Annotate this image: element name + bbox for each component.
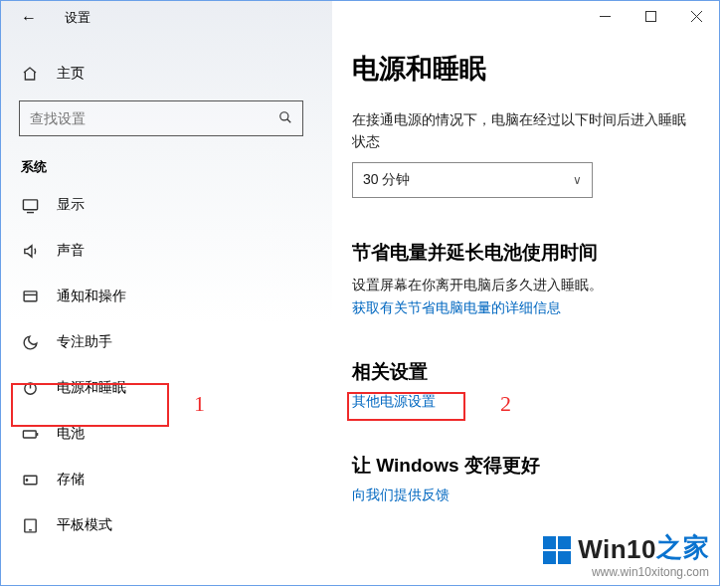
better-link[interactable]: 向我们提供反馈 (352, 487, 691, 504)
tablet-icon (21, 517, 39, 534)
sidebar-item-label: 电池 (57, 425, 85, 443)
sidebar-item-battery[interactable]: 电池 (1, 411, 332, 457)
annotation-2: 2 (500, 391, 511, 417)
sleep-desc: 在接通电源的情况下，电脑在经过以下时间后进入睡眠状态 (352, 108, 691, 152)
annotation-1: 1 (194, 391, 205, 417)
sidebar-item-label: 显示 (57, 196, 85, 214)
sidebar-item-power[interactable]: 电源和睡眠 (1, 365, 332, 411)
sidebar-item-label: 存储 (57, 471, 85, 489)
search-input[interactable] (20, 110, 269, 126)
sleep-dropdown[interactable]: 30 分钟 ∨ (352, 162, 593, 198)
sidebar: ← 设置 主页 系统 显示 声音 (1, 1, 332, 585)
sidebar-item-storage[interactable]: 存储 (1, 457, 332, 502)
titlebar: ← 设置 (1, 1, 332, 35)
focus-icon (21, 334, 39, 351)
power-icon (21, 380, 39, 397)
home-icon (21, 66, 39, 82)
sidebar-home[interactable]: 主页 (1, 55, 332, 93)
better-heading: 让 Windows 变得更好 (352, 453, 691, 479)
battery-icon (21, 426, 39, 443)
sidebar-item-display[interactable]: 显示 (1, 182, 332, 228)
related-link[interactable]: 其他电源设置 (352, 393, 691, 411)
sidebar-item-tablet[interactable]: 平板模式 (1, 502, 332, 548)
back-icon[interactable]: ← (21, 9, 37, 27)
maximize-button[interactable] (628, 1, 673, 31)
page-title: 电源和睡眠 (352, 51, 691, 87)
sidebar-item-label: 声音 (57, 242, 85, 260)
sidebar-item-notifications[interactable]: 通知和操作 (1, 274, 332, 319)
save-link[interactable]: 获取有关节省电脑电量的详细信息 (352, 299, 691, 317)
svg-rect-4 (24, 291, 37, 300)
storage-icon (21, 472, 39, 489)
brand-b: 之家 (656, 530, 709, 565)
close-button[interactable] (673, 1, 719, 31)
svg-rect-2 (23, 199, 37, 209)
sidebar-item-label: 专注助手 (57, 333, 112, 351)
search-icon (269, 110, 302, 127)
display-icon (21, 197, 39, 214)
notifications-icon (21, 289, 39, 305)
sidebar-item-sound[interactable]: 声音 (1, 228, 332, 274)
sidebar-item-focus[interactable]: 专注助手 (1, 319, 332, 365)
sleep-dropdown-value: 30 分钟 (363, 171, 410, 189)
watermark-url: www.win10xitong.com (542, 565, 709, 579)
svg-point-11 (26, 479, 27, 480)
watermark: Win10之家 www.win10xitong.com (542, 530, 709, 579)
sidebar-item-label: 电源和睡眠 (57, 379, 126, 397)
section-header-system: 系统 (1, 136, 332, 182)
win-tiles-icon (542, 535, 572, 565)
search-box[interactable] (19, 100, 303, 136)
window-title: 设置 (65, 9, 90, 27)
watermark-logo: Win10之家 (542, 530, 709, 565)
svg-point-0 (280, 111, 288, 119)
save-desc: 设置屏幕在你离开电脑后多久进入睡眠。 (352, 274, 691, 295)
sidebar-item-label: 通知和操作 (57, 288, 126, 305)
svg-line-1 (287, 118, 291, 122)
minimize-button[interactable] (582, 1, 628, 31)
svg-rect-8 (23, 430, 36, 437)
main-panel: 电源和睡眠 在接通电源的情况下，电脑在经过以下时间后进入睡眠状态 30 分钟 ∨… (332, 1, 719, 585)
related-heading: 相关设置 (352, 359, 691, 385)
brand-a: Win10 (578, 534, 656, 565)
settings-window: ← 设置 主页 系统 显示 声音 (0, 0, 720, 586)
sidebar-item-label: 平板模式 (57, 516, 112, 534)
sidebar-home-label: 主页 (57, 65, 85, 83)
chevron-down-icon: ∨ (573, 173, 582, 187)
save-heading: 节省电量并延长电池使用时间 (352, 240, 691, 266)
window-controls (582, 1, 719, 31)
svg-rect-15 (645, 11, 655, 21)
sound-icon (21, 243, 39, 260)
